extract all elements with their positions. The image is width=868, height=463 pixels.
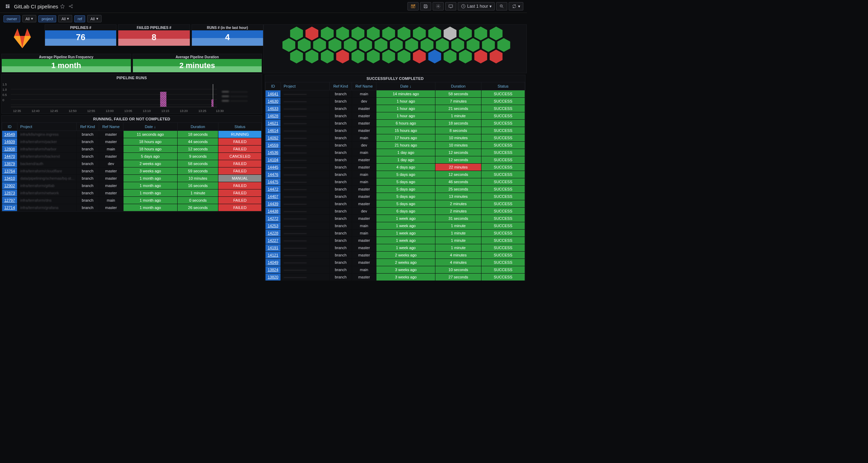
success-table: IDProjectRef KindRef NameDate ↓DurationS… [265,82,525,281]
col-header[interactable]: Status [481,82,525,90]
pipeline-id-cell[interactable]: 12714 [2,204,17,211]
col-header[interactable]: Date ↓ [123,123,178,131]
col-header[interactable]: Ref Kind [76,123,99,131]
status-hex[interactable] [488,50,504,63]
col-header[interactable]: Project [281,82,330,90]
duration-cell: 44 seconds [178,138,218,145]
pipeline-id-cell[interactable]: 14614 [265,127,281,134]
col-header[interactable]: Project [17,123,77,131]
pipeline-id-cell[interactable]: 14228 [265,230,281,237]
panel-pipeline-runs[interactable]: PIPELINE RUNS 1.5 1.0 0.5 0 12:35 12: [1,74,262,114]
refresh-button[interactable]: ▾ [509,2,523,10]
pipeline-id-cell[interactable]: 14536 [265,149,281,156]
pipeline-id-cell[interactable]: 13410 [2,175,17,182]
var-owner-select[interactable]: All▾ [22,15,36,22]
pipeline-id-cell[interactable]: 14549 [2,131,17,138]
col-header[interactable]: Status [218,123,262,131]
pipeline-id-cell[interactable]: 14559 [265,142,281,149]
status-hex[interactable] [350,50,366,63]
pipeline-id-cell[interactable]: 12902 [2,182,17,189]
pipeline-id-cell[interactable]: 14104 [265,156,281,164]
ref-kind-cell: branch [330,178,352,186]
pipeline-id-cell[interactable]: 14476 [265,171,281,178]
stat-avg-frequency[interactable]: Average Pipeline Run Frequency 1 month [1,54,131,73]
project-cell: —————— [281,230,330,237]
col-header[interactable]: Ref Name [99,123,123,131]
pipeline-id-cell[interactable]: 12873 [2,189,17,197]
status-cell: SUCCESS [481,142,525,149]
star-icon[interactable] [60,4,65,9]
stat-pipelines[interactable]: PIPELINES # 76 [45,24,117,46]
status-hex[interactable] [289,50,304,63]
status-hex[interactable] [304,50,320,63]
save-button[interactable] [420,2,431,10]
pipeline-id-cell[interactable]: 14628 [265,112,281,120]
pipeline-id-cell[interactable]: 13824 [265,266,281,274]
col-header[interactable]: ID [2,123,17,131]
status-hex[interactable] [335,50,350,63]
pipeline-id-cell[interactable]: 14438 [265,208,281,215]
stat-runs-last-hour[interactable]: RUNS # (in the last hour) 4 [192,24,263,46]
project-cell: backend/auth [17,160,77,167]
pipeline-id-cell[interactable]: 14121 [265,252,281,259]
zoom-out-button[interactable] [496,2,507,10]
runs-plot[interactable] [11,84,217,107]
status-hex[interactable] [396,50,412,63]
pipeline-id-cell[interactable]: 14272 [265,215,281,222]
add-panel-button[interactable] [407,2,419,10]
dashboard-grid-icon[interactable] [5,4,10,9]
pipeline-id-cell[interactable]: 14609 [2,138,17,145]
pipeline-id-cell[interactable]: 14253 [265,222,281,230]
pipeline-id-cell[interactable]: 14472 [265,186,281,193]
pipeline-id-cell[interactable]: 14227 [265,237,281,244]
pipeline-id-cell[interactable]: 14191 [265,244,281,252]
var-project-select[interactable]: All▾ [58,15,72,22]
settings-button[interactable] [433,2,444,10]
table-row: 14253——————branchmain1 week ago1 minuteS… [265,222,525,230]
pipeline-id-cell[interactable]: 14439 [265,200,281,208]
stat-avg-duration[interactable]: Average Pipeline Duration 2 minutes [133,54,262,73]
ref-name-cell: master [99,153,123,160]
col-header[interactable]: Ref Kind [330,82,352,90]
stat-failed-pipelines[interactable]: FAILED PIPELINES # 8 [118,24,190,46]
panel-honeycomb[interactable] [263,24,527,73]
ref-kind-cell: branch [76,160,99,167]
col-header[interactable]: Ref Name [352,82,376,90]
pipeline-id-cell[interactable]: 14470 [2,153,17,160]
pipeline-id-cell[interactable]: 14445 [265,164,281,171]
col-header[interactable]: Duration [178,123,218,131]
pipeline-id-cell[interactable]: 12808 [2,145,17,153]
pipeline-id-cell[interactable]: 13820 [265,274,281,281]
pipeline-id-cell[interactable]: 14621 [265,120,281,127]
status-hex[interactable] [458,50,473,63]
pipeline-id-cell[interactable]: 13879 [2,160,17,167]
tv-mode-button[interactable] [445,2,456,10]
table-row: 14439——————branchmaster5 days ago2 minut… [265,200,525,208]
pipeline-id-cell[interactable]: 13764 [2,167,17,175]
project-cell: —————— [281,193,330,200]
pipeline-id-cell[interactable]: 14475 [265,178,281,186]
col-header[interactable]: Date ↓ [376,82,435,90]
duration-cell: 21 seconds [435,105,481,112]
pipeline-id-cell[interactable]: 14641 [265,90,281,98]
share-icon[interactable] [68,4,73,9]
ref-kind-cell: branch [76,153,99,160]
status-hex[interactable] [366,50,381,63]
pipeline-id-cell[interactable]: 14633 [265,105,281,112]
pipeline-id-cell[interactable]: 14049 [265,259,281,266]
status-hex[interactable] [320,50,335,63]
status-hex[interactable] [442,50,458,63]
ref-kind-cell: branch [330,98,352,105]
status-hex[interactable] [427,50,442,63]
time-range-picker[interactable]: Last 1 hour ▾ [458,2,495,10]
col-header[interactable]: Duration [435,82,481,90]
pipeline-id-cell[interactable]: 14407 [265,193,281,200]
pipeline-id-cell[interactable]: 14092 [265,134,281,142]
col-header[interactable]: ID [265,82,281,90]
var-ref-select[interactable]: All▾ [87,15,101,22]
status-hex[interactable] [473,50,488,63]
pipeline-id-cell[interactable]: 14630 [265,98,281,105]
status-hex[interactable] [381,50,396,63]
status-hex[interactable] [412,50,427,63]
pipeline-id-cell[interactable]: 12797 [2,197,17,204]
